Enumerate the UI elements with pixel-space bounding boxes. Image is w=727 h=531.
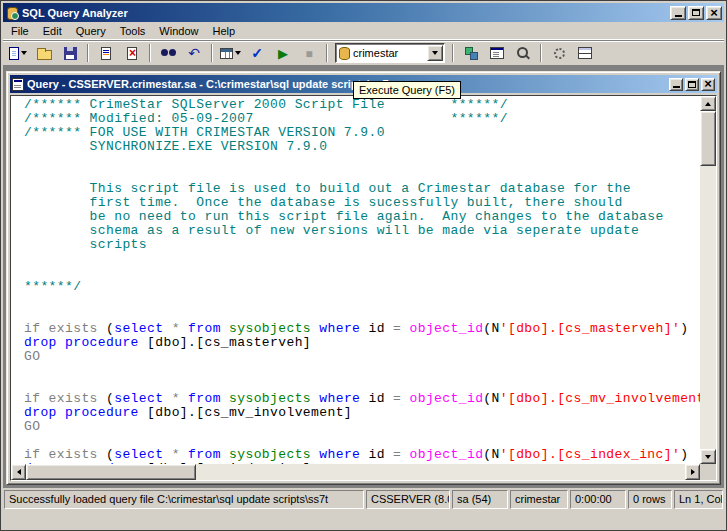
code-line-15: [24, 294, 700, 308]
undo-button[interactable]: [182, 42, 206, 64]
code-line-17: if exists (select * from sysobjects wher…: [24, 322, 700, 336]
new-query-icon: [9, 47, 19, 60]
query-window-icon: [12, 78, 24, 91]
clear-window-button[interactable]: [120, 42, 144, 64]
toolbar-separator: [211, 44, 213, 62]
menu-help[interactable]: Help: [205, 23, 242, 39]
current-connection-properties-button[interactable]: [547, 42, 571, 64]
maximize-button[interactable]: [688, 6, 704, 20]
save-query-button[interactable]: [58, 42, 82, 64]
toolbar-separator: [87, 44, 89, 62]
execute-query-button[interactable]: [271, 42, 295, 64]
window-title: SQL Query Analyzer: [22, 7, 128, 19]
arrow-right-icon: [691, 469, 695, 475]
query-close-button[interactable]: [701, 78, 715, 91]
display-estimated-execution-plan-button[interactable]: [459, 42, 483, 64]
parse-query-button[interactable]: [245, 42, 269, 64]
toolbar: crimestar: [3, 40, 724, 66]
code-line-3: /****** FOR USE WITH CRIMESTAR VERSION 7…: [24, 126, 700, 140]
load-script-button[interactable]: [32, 42, 56, 64]
horizontal-scrollbar-thumb[interactable]: [26, 464, 196, 480]
scrollbar-corner: [700, 464, 716, 480]
query-maximize-icon: [688, 81, 696, 88]
toolbar-separator: [452, 44, 454, 62]
code-line-16: [24, 308, 700, 322]
database-combo-value: crimestar: [353, 47, 424, 59]
query-minimize-button[interactable]: [669, 78, 683, 91]
cancel-query-button: [297, 42, 321, 64]
show-results-pane-icon: [578, 47, 592, 59]
app-icon: [5, 6, 19, 20]
status-panel-4: crimestar: [510, 490, 568, 509]
scroll-left-button[interactable]: [11, 464, 26, 480]
close-icon: [710, 5, 718, 21]
code-line-8: first time. Once the database is sucessf…: [24, 196, 700, 210]
code-area[interactable]: /****** CrimeStar SQLServer 2000 Script …: [11, 96, 700, 464]
vertical-scrollbar-thumb[interactable]: [700, 111, 716, 166]
arrow-up-icon: [705, 102, 711, 106]
query-maximize-button[interactable]: [685, 78, 699, 91]
execute-mode-dropdown-arrow[interactable]: [235, 51, 241, 55]
menu-file[interactable]: File: [4, 23, 36, 39]
display-estimated-execution-plan-icon: [465, 47, 478, 60]
code-line-21: [24, 378, 700, 392]
new-query-dropdown-arrow[interactable]: [21, 51, 27, 55]
code-line-13: [24, 266, 700, 280]
scroll-right-button[interactable]: [685, 464, 700, 480]
query-minimize-icon: [673, 86, 680, 88]
menu-window[interactable]: Window: [152, 23, 205, 39]
code-line-7: This script file is used to build out a …: [24, 182, 700, 196]
menu-query[interactable]: Query: [69, 23, 113, 39]
scroll-down-button[interactable]: [700, 449, 716, 464]
undo-icon: [188, 44, 200, 62]
new-query-button[interactable]: [6, 42, 30, 64]
menu-edit[interactable]: Edit: [36, 23, 69, 39]
code-line-11: scripts: [24, 238, 700, 252]
query-window: Query - CSSERVER.crimestar.sa - C:\crime…: [6, 71, 721, 485]
code-line-5: [24, 154, 700, 168]
arrow-down-icon: [705, 455, 711, 459]
code-line-4: SYNCHRONIZE.EXE VERSION 7.9.0: [24, 140, 700, 154]
current-connection-properties-icon: [553, 47, 566, 60]
menu-tools[interactable]: Tools: [113, 23, 153, 39]
close-button[interactable]: [706, 6, 722, 20]
database-combo-dropdown-button[interactable]: [427, 45, 443, 61]
database-combo[interactable]: crimestar: [335, 43, 445, 63]
toolbar-separator: [326, 44, 328, 62]
toolbar-separator: [149, 44, 151, 62]
main-title-bar[interactable]: SQL Query Analyzer: [3, 3, 724, 22]
arrow-left-icon: [17, 469, 21, 475]
scroll-up-button[interactable]: [700, 96, 716, 111]
show-results-pane-button[interactable]: [573, 42, 597, 64]
find-button[interactable]: [156, 42, 180, 64]
vertical-scrollbar[interactable]: [700, 96, 716, 464]
sql-editor: /****** CrimeStar SQLServer 2000 Script …: [10, 95, 717, 481]
horizontal-scrollbar[interactable]: [11, 464, 700, 480]
find-icon: [161, 48, 176, 58]
code-line-22: if exists (select * from sysobjects wher…: [24, 392, 700, 406]
insert-template-button[interactable]: [94, 42, 118, 64]
object-search-button[interactable]: [511, 42, 535, 64]
execute-mode-icon: [220, 48, 233, 59]
code-line-6: [24, 168, 700, 182]
mdi-workspace: Query - CSSERVER.crimestar.sa - C:\crime…: [3, 66, 724, 488]
code-line-2: /****** Modified: 05-09-2007 ******/: [24, 112, 700, 126]
maximize-icon: [692, 9, 700, 16]
database-icon: [339, 47, 350, 60]
code-line-9: be no need to run this script file again…: [24, 210, 700, 224]
minimize-button[interactable]: [670, 6, 686, 20]
code-line-19: GO: [24, 350, 700, 364]
object-browser-button[interactable]: [485, 42, 509, 64]
code-line-23: drop procedure [dbo].[cs_mv_involvement]: [24, 406, 700, 420]
status-panel-5: 0:00:00: [570, 490, 626, 509]
code-line-26: if exists (select * from sysobjects wher…: [24, 448, 700, 462]
execute-query-icon: [278, 44, 288, 62]
code-line-18: drop procedure [dbo].[cs_masterveh]: [24, 336, 700, 350]
parse-query-icon: [251, 44, 263, 62]
execute-mode-button[interactable]: [218, 42, 243, 64]
code-line-14: ******/: [24, 280, 700, 294]
code-line-12: [24, 252, 700, 266]
status-panel-2: CSSERVER (8.0): [366, 490, 450, 509]
status-bar: Successfully loaded query file C:\crimes…: [3, 489, 724, 510]
code-line-1: /****** CrimeStar SQLServer 2000 Script …: [24, 98, 700, 112]
